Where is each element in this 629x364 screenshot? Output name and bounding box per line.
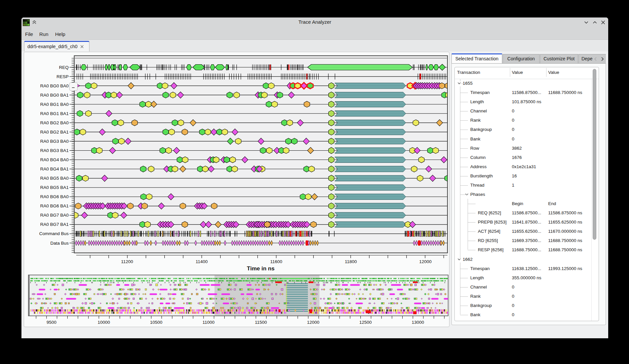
svg-text:RA0 BG7 BA0: RA0 BG7 BA0: [40, 213, 69, 218]
svg-text:11200: 11200: [121, 259, 133, 264]
svg-text:11600: 11600: [270, 259, 282, 264]
svg-text:RA0 BG1 BA0: RA0 BG1 BA0: [40, 102, 69, 107]
svg-text:11000: 11000: [203, 320, 215, 325]
svg-text:RESP: RESP: [56, 74, 69, 79]
svg-text:RA0 BG4 BA1: RA0 BG4 BA1: [40, 167, 69, 171]
svg-text:RA0 BG3 BA1: RA0 BG3 BA1: [40, 148, 69, 153]
svg-text:12000: 12000: [419, 259, 432, 264]
svg-text:11500: 11500: [255, 320, 267, 325]
svg-text:RA0 BG3 BA0: RA0 BG3 BA0: [40, 139, 69, 144]
svg-text:REQ: REQ: [59, 65, 69, 70]
svg-text:Command Bus: Command Bus: [39, 231, 69, 236]
svg-text:RA0 BG2 BA1: RA0 BG2 BA1: [40, 130, 69, 135]
svg-text:Time in ns: Time in ns: [247, 265, 275, 272]
svg-text:RA0 BG4 BA0: RA0 BG4 BA0: [40, 157, 69, 162]
svg-text:Data Bus: Data Bus: [50, 241, 69, 246]
svg-text:RA0 BG6 BA1: RA0 BG6 BA1: [40, 203, 69, 208]
svg-text:11800: 11800: [345, 259, 357, 264]
svg-text:12000: 12000: [307, 320, 319, 325]
svg-text:RA0 BG2 BA0: RA0 BG2 BA0: [40, 120, 69, 125]
svg-text:RA0 BG5 BA0: RA0 BG5 BA0: [40, 176, 69, 181]
svg-text:RA0 BG0 BA1: RA0 BG0 BA1: [40, 93, 69, 98]
svg-text:RA0 BG5 BA1: RA0 BG5 BA1: [40, 185, 69, 190]
svg-text:11400: 11400: [196, 259, 208, 264]
svg-text:RA0 BG6 BA0: RA0 BG6 BA0: [40, 194, 69, 199]
svg-text:RA0 BG0 BA0: RA0 BG0 BA0: [40, 83, 69, 88]
svg-text:RA0 BG1 BA1: RA0 BG1 BA1: [40, 111, 69, 116]
svg-text:9500: 9500: [47, 320, 56, 325]
svg-text:13000: 13000: [412, 320, 424, 325]
svg-text:10500: 10500: [150, 320, 162, 325]
svg-text:10000: 10000: [98, 320, 110, 325]
svg-text:12500: 12500: [359, 320, 372, 325]
svg-text:RA0 BG7 BA1: RA0 BG7 BA1: [40, 222, 69, 227]
